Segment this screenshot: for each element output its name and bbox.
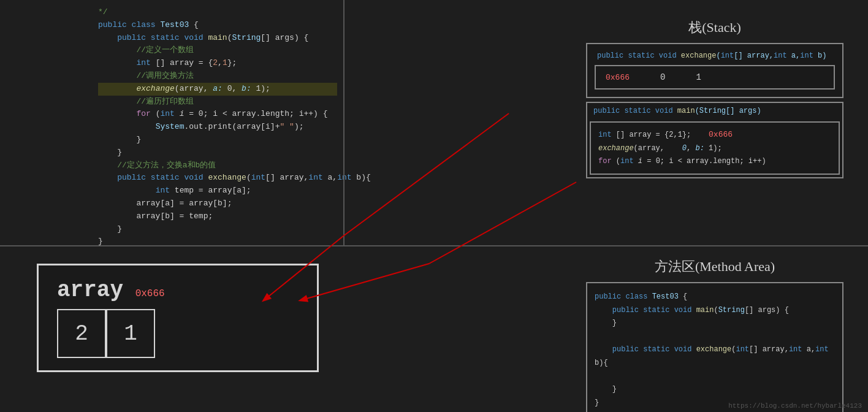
- stack-main-signature: public static void main(String[] args): [587, 103, 842, 119]
- code-line-2: public class Test03 {: [98, 19, 337, 32]
- stack-var-a: 0: [660, 72, 665, 82]
- stack-var-array: 0x666: [606, 73, 630, 82]
- code-line-19: }: [98, 223, 337, 236]
- code-line-15: public static void exchange(int[] array,…: [98, 172, 337, 185]
- code-panel: */ public class Test03 { public static v…: [0, 0, 343, 245]
- stack-var-b: 1: [696, 72, 701, 82]
- code-line-12: }: [98, 134, 337, 147]
- heap-label: array: [57, 278, 123, 303]
- stack-main-content: int [] array = {2,1}; 0x666 exchange(arr…: [590, 121, 840, 175]
- stack-exchange-vars: 0x666 0 1: [595, 65, 835, 90]
- heap-array: 2 1: [57, 309, 299, 358]
- code-line-14: //定义方法，交换a和b的值: [98, 159, 337, 172]
- heap-address: 0x666: [135, 288, 165, 299]
- stack-main-frame: public static void main(String[] args) i…: [586, 102, 843, 178]
- heap-label-row: array 0x666: [57, 278, 299, 303]
- heap-box: array 0x666 2 1: [37, 264, 319, 372]
- heap-cell-1: 1: [106, 309, 155, 358]
- code-line-3: public static void main(String[] args) {: [98, 32, 337, 45]
- stack-main-line1: int [] array = {2,1}; 0x666: [598, 128, 831, 142]
- stack-exchange-var-row: 0x666 0 1: [606, 72, 824, 82]
- heap-section: array 0x666 2 1: [37, 264, 319, 372]
- code-line-6: int [] array = {2,1};: [98, 57, 337, 70]
- code-line-17: array[a] = array[b];: [98, 197, 337, 210]
- code-line-1: */: [98, 6, 337, 19]
- code-line-8: exchange(array, a: 0, b: 1);: [98, 83, 337, 96]
- horizontal-divider: [0, 245, 868, 246]
- stack-section: 栈(Stack) public static void exchange(int…: [586, 18, 843, 178]
- code-line-18: array[b] = temp;: [98, 210, 337, 223]
- code-line-9: //遍历打印数组: [98, 96, 337, 109]
- method-area-box: public class Test03 { public static void…: [586, 282, 843, 412]
- code-line-16: int temp = array[a];: [98, 185, 337, 197]
- stack-main-line3: for (int i = 0; i < array.length; i++): [598, 155, 831, 169]
- stack-exchange-signature: public static void exchange(int[] array,…: [592, 49, 837, 63]
- code-line-10: for (int i = 0; i < array.length; i++) {: [98, 108, 337, 121]
- code-line-5: //定义一个数组: [98, 44, 337, 57]
- watermark: https://blog.csdn.net/hybarle4123: [728, 402, 862, 410]
- stack-exchange-frame: public static void exchange(int[] array,…: [586, 43, 843, 98]
- code-line-11: System.out.print(array[i]+" ");: [98, 121, 337, 134]
- code-line-7: //调用交换方法: [98, 70, 337, 83]
- method-area-title: 方法区(Method Area): [586, 258, 843, 276]
- heap-cell-0: 2: [57, 309, 106, 358]
- vertical-divider: [343, 0, 345, 245]
- svg-line-3: [429, 182, 576, 264]
- code-line-13: }: [98, 147, 337, 159]
- svg-line-4: [300, 264, 429, 300]
- code-line-20: }: [98, 235, 337, 248]
- method-area-section: 方法区(Method Area) public class Test03 { p…: [586, 258, 843, 412]
- stack-title: 栈(Stack): [586, 18, 843, 37]
- stack-main-line2: exchange(array, 0, b: 1);: [598, 142, 831, 156]
